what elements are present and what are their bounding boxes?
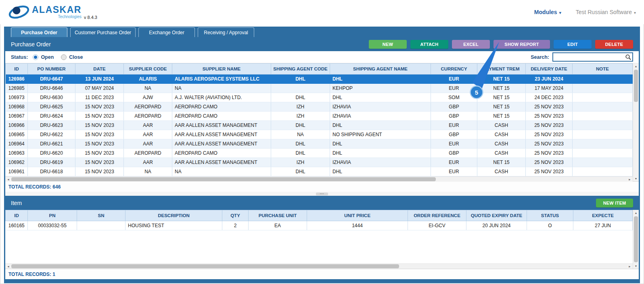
scroll-down-icon[interactable]: ▼: [633, 263, 639, 269]
cell: [573, 102, 633, 112]
item-table-row[interactable]: 16016500033032-55HOUSING TEST2EA1444EI-G…: [6, 221, 633, 230]
item-horizontal-scrollbar[interactable]: ◄ ►: [5, 263, 633, 269]
po-table-row[interactable]: 126986DRU-664713 JUN 2024ALARISALARIS AE…: [6, 75, 633, 84]
column-header-status[interactable]: STATUS: [527, 210, 573, 221]
column-header-purchase-unit[interactable]: PURCHASE UNIT: [249, 210, 307, 221]
delete-button[interactable]: DELETE: [595, 40, 633, 49]
po-hscroll-track[interactable]: [11, 177, 627, 182]
cell: EUR: [431, 121, 477, 130]
account-menu[interactable]: Test Russian Software ▾: [576, 9, 636, 15]
po-table-row[interactable]: 106967DRU-662415 NOV 2023AEROPARDAEROPAR…: [6, 112, 633, 121]
excel-button[interactable]: EXCEL: [452, 40, 490, 49]
po-table-row[interactable]: 126985DRU-664607 MAY 2024NANAKEHPOPEURNE…: [6, 84, 633, 93]
new-item-button[interactable]: NEW ITEM: [596, 199, 633, 207]
po-table-row[interactable]: 106961DRU-661815 NOV 2023NANADHLDHLEURCA…: [6, 167, 633, 176]
po-hscroll-thumb[interactable]: [11, 177, 436, 181]
cell: DHL: [330, 139, 431, 149]
cell: CASH: [477, 139, 526, 149]
cell: NA: [124, 167, 172, 176]
cell: [573, 75, 633, 84]
scroll-up-icon[interactable]: ▲: [633, 63, 639, 69]
item-vscroll-thumb[interactable]: [634, 216, 638, 262]
new-button[interactable]: NEW: [369, 40, 407, 49]
column-header-po-number[interactable]: PO NUMBER: [28, 64, 75, 75]
search-input[interactable]: [553, 53, 625, 61]
frame-bottom-bar: [5, 279, 639, 283]
column-header-delivery-date[interactable]: DELIVERY DATE: [526, 64, 573, 75]
po-table-row[interactable]: 106965DRU-662215 NOV 2023AARAAR AALLEN A…: [6, 130, 633, 139]
column-header-note[interactable]: NOTE: [573, 64, 633, 75]
column-header-id[interactable]: ID: [6, 64, 28, 75]
po-table-row[interactable]: 106963DRU-662015 NOV 2023AEROPARDAEROPAR…: [6, 149, 633, 158]
po-vscroll-track[interactable]: [633, 69, 639, 176]
attach-button[interactable]: ATTACH: [410, 40, 448, 49]
app-header: ALASKAR Technologies v 8.4.3 Modules ▾ T…: [0, 0, 644, 24]
column-header-quoted-expiry-date[interactable]: QUOTED EXPIRY DATE: [466, 210, 527, 221]
scroll-right-icon[interactable]: ►: [627, 264, 633, 269]
column-header-shipping-agent-name[interactable]: SHIPPING AGENT NAME: [330, 64, 431, 75]
scroll-down-icon[interactable]: ▼: [633, 176, 639, 181]
item-vscroll-track[interactable]: [633, 216, 639, 263]
cell: [573, 121, 633, 130]
search-box[interactable]: [552, 52, 633, 62]
scroll-left-icon[interactable]: ◄: [5, 177, 11, 182]
po-table-row[interactable]: 106966DRU-662315 NOV 2023AARAAR AALLEN A…: [6, 121, 633, 130]
column-header-sn[interactable]: SN: [77, 210, 125, 221]
column-header-description[interactable]: DESCRIPTION: [125, 210, 222, 221]
cell: EI-GCV: [408, 221, 466, 230]
status-radio-close[interactable]: Close: [61, 54, 83, 60]
column-header-order-reference[interactable]: ORDER REFERENCE: [408, 210, 466, 221]
tab-receiving-approval[interactable]: Receiving / Approval: [198, 27, 254, 37]
po-table-row[interactable]: 106973DRU-663011 DEC 2023AJWA.J. WALTER …: [6, 93, 633, 102]
cell: 15 NOV 2023: [75, 112, 124, 121]
column-header-supplier-name[interactable]: SUPPLIER NAME: [172, 64, 271, 75]
cell: AEROPARD: [124, 112, 172, 121]
show-report-button[interactable]: SHOW REPORT: [493, 40, 550, 49]
tab-customer-purchase-order[interactable]: Customer Purchase Order: [70, 27, 136, 37]
column-header-payment-trem[interactable]: PAYMENT TREM: [477, 64, 526, 75]
tab-purchase-order[interactable]: Purchase Order: [11, 27, 67, 37]
scroll-up-icon[interactable]: ▲: [633, 210, 639, 216]
po-vertical-scrollbar[interactable]: ▲ ▼: [633, 63, 639, 181]
item-hscroll-thumb[interactable]: [11, 264, 399, 268]
cell: 13 JUN 2024: [75, 75, 124, 84]
item-hscroll-track[interactable]: [11, 264, 627, 269]
cell: SOM: [431, 93, 477, 102]
search-icon[interactable]: [625, 54, 631, 60]
po-vscroll-thumb[interactable]: [634, 70, 638, 102]
tab-exchange-order[interactable]: Exchange Order: [138, 27, 195, 37]
scroll-right-icon[interactable]: ►: [627, 177, 633, 182]
status-radio-open[interactable]: Open: [33, 54, 54, 60]
po-horizontal-scrollbar[interactable]: ◄ ►: [5, 176, 633, 182]
radio-icon[interactable]: [33, 54, 38, 60]
cell: AAR: [124, 130, 172, 139]
cell: DRU-6621: [28, 139, 75, 149]
splitter-grip-icon[interactable]: •••: [316, 193, 328, 195]
modules-menu[interactable]: Modules ▾: [534, 9, 561, 15]
po-section-title: Purchase Order: [11, 41, 51, 48]
column-header-shipping-agent-code[interactable]: SHIPPING AGENT CODE: [271, 64, 330, 75]
column-header-expecte[interactable]: EXPECTE: [573, 210, 633, 221]
po-section-header: Purchase Order NEWATTACHEXCELSHOW REPORT…: [5, 37, 639, 51]
item-vertical-scrollbar[interactable]: ▲ ▼: [633, 210, 639, 269]
panel-splitter[interactable]: •••: [5, 192, 639, 196]
column-header-supplier-code[interactable]: SUPPLIER CODE: [124, 64, 172, 75]
cell: EUR: [431, 158, 477, 167]
column-header-currency[interactable]: CURRENCY: [431, 64, 477, 75]
cell: [573, 112, 633, 121]
po-table-row[interactable]: 106968DRU-662515 NOV 2023AEROPARDAEROPAR…: [6, 102, 633, 112]
column-header-unit-price[interactable]: UNIT PRICE: [307, 210, 408, 221]
column-header-qty[interactable]: QTY: [222, 210, 249, 221]
radio-icon[interactable]: [61, 54, 67, 60]
edit-button[interactable]: EDIT: [554, 40, 592, 49]
item-section-header: Item NEW ITEM: [5, 196, 639, 210]
column-header-date[interactable]: DATE: [75, 64, 124, 75]
column-header-pn[interactable]: PN: [28, 210, 77, 221]
scroll-left-icon[interactable]: ◄: [5, 264, 11, 269]
po-table-row[interactable]: 106962DRU-661915 NOV 2023AARAAR AALLEN A…: [6, 158, 633, 167]
column-header-id[interactable]: ID: [6, 210, 28, 221]
cell: DHL: [271, 167, 330, 176]
po-table-row[interactable]: 106964DRU-662115 NOV 2023AARAAR AALLEN A…: [6, 139, 633, 149]
cell: 106966: [6, 121, 28, 130]
cell: 106968: [6, 102, 28, 112]
